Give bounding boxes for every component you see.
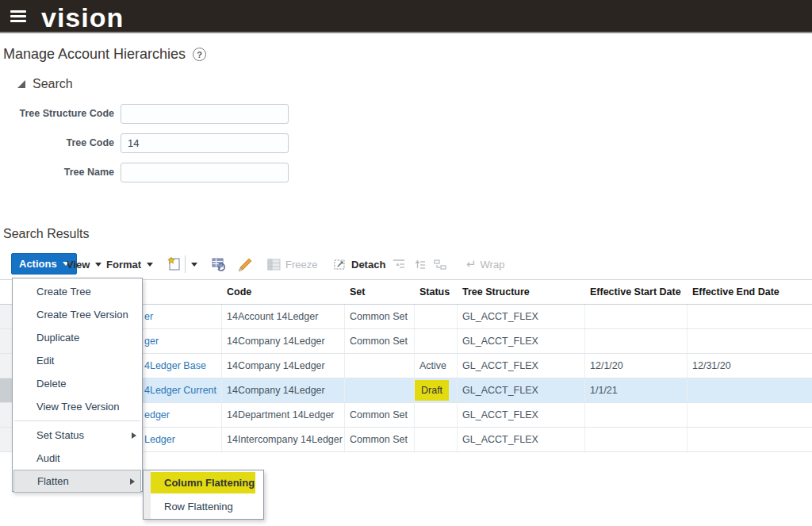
cell-effective-end: 12/31/20 bbox=[688, 354, 812, 378]
detach-label: Detach bbox=[351, 259, 385, 271]
cell-status bbox=[415, 329, 458, 353]
app-logo: vision bbox=[41, 1, 124, 34]
cell-status bbox=[415, 428, 458, 451]
cell-effective-start: 1/1/21 bbox=[585, 378, 688, 402]
go-to-top-icon bbox=[393, 259, 405, 271]
cell-effective-start bbox=[585, 403, 688, 427]
menu-item-delete[interactable]: Delete bbox=[13, 372, 142, 395]
cell-status bbox=[415, 305, 458, 328]
format-menu-button[interactable]: Format bbox=[106, 253, 153, 275]
cell-tree-structure: GL_ACCT_FLEX bbox=[458, 354, 585, 378]
tree-name-link[interactable]: ger bbox=[144, 336, 159, 347]
tree-name-input[interactable] bbox=[121, 163, 289, 182]
submenu-arrow-icon bbox=[132, 432, 136, 439]
row-header-cell[interactable] bbox=[0, 378, 13, 402]
cell-set: Common Set bbox=[345, 329, 415, 353]
cell-code: 14Account 14Ledger bbox=[222, 305, 345, 328]
cell-code: 14Company 14Ledger bbox=[222, 378, 345, 402]
cell-set: Common Set bbox=[345, 428, 415, 451]
menu-item-view-tree-version[interactable]: View Tree Version bbox=[13, 395, 142, 418]
detach-button[interactable]: Detach bbox=[333, 253, 385, 275]
menu-item-label: Flatten bbox=[37, 475, 69, 487]
create-icon[interactable] bbox=[167, 253, 182, 275]
freeze-icon bbox=[267, 259, 281, 271]
hamburger-menu-icon[interactable] bbox=[10, 10, 26, 23]
wrap-button-disabled: ↵ Wrap bbox=[466, 253, 504, 275]
cell-set bbox=[345, 378, 415, 402]
cell-status bbox=[415, 403, 458, 427]
tree-structure-code-input[interactable] bbox=[121, 104, 289, 124]
view-menu-label: View bbox=[67, 259, 90, 271]
go-up-icon bbox=[413, 259, 426, 271]
column-header-effective-end-date[interactable]: Effective End Date bbox=[688, 280, 812, 304]
search-section-header[interactable]: Search bbox=[17, 77, 73, 91]
sync-table-icon[interactable] bbox=[211, 253, 228, 275]
help-icon[interactable]: ? bbox=[193, 48, 206, 61]
menu-item-create-tree[interactable]: Create Tree bbox=[13, 280, 142, 303]
show-as-top-icon bbox=[434, 259, 446, 271]
menu-item-audit[interactable]: Audit bbox=[13, 447, 142, 470]
menu-item-create-tree-version[interactable]: Create Tree Version bbox=[13, 303, 142, 326]
row-header-cell[interactable] bbox=[0, 428, 13, 451]
submenu-icon-gutter bbox=[144, 470, 151, 519]
cell-code: 14Company 14Ledger bbox=[222, 329, 345, 353]
menu-item-label: Set Status bbox=[36, 429, 84, 441]
menu-item-set-status[interactable]: Set Status bbox=[13, 424, 142, 447]
tree-navigation-icons-disabled bbox=[393, 253, 454, 275]
cell-tree-structure: GL_ACCT_FLEX bbox=[458, 329, 585, 353]
page-title: Manage Account Hierarchies bbox=[3, 46, 186, 63]
search-section-title: Search bbox=[33, 77, 73, 91]
row-header-cell[interactable] bbox=[0, 403, 13, 427]
freeze-button-disabled: Freeze bbox=[267, 253, 317, 275]
column-header-set[interactable]: Set bbox=[345, 280, 415, 304]
results-toolbar: Actions View Format bbox=[0, 253, 812, 277]
tree-name-link[interactable]: er bbox=[144, 311, 153, 322]
tree-code-input[interactable] bbox=[121, 133, 289, 153]
cell-effective-end bbox=[688, 305, 812, 328]
tree-name-link[interactable]: 4Ledger Current bbox=[144, 385, 216, 396]
wrap-icon: ↵ bbox=[466, 257, 477, 271]
cell-effective-start: 12/1/20 bbox=[585, 354, 688, 378]
actions-dropdown-menu: Create Tree Create Tree Version Duplicat… bbox=[12, 278, 143, 492]
search-results-title: Search Results bbox=[3, 227, 90, 241]
submenu-item-row-flattening[interactable]: Row Flattening bbox=[151, 496, 263, 517]
tree-name-label: Tree Name bbox=[0, 167, 121, 178]
menu-item-flatten[interactable]: Flatten bbox=[13, 470, 141, 493]
cell-tree-structure: GL_ACCT_FLEX bbox=[458, 403, 585, 427]
cell-effective-end bbox=[688, 428, 812, 451]
tree-structure-code-label: Tree Structure Code bbox=[0, 108, 121, 119]
tree-code-label: Tree Code bbox=[0, 137, 121, 148]
submenu-arrow-icon bbox=[130, 478, 135, 485]
chevron-down-icon bbox=[147, 263, 153, 267]
wrap-label: Wrap bbox=[481, 259, 505, 271]
menu-item-edit[interactable]: Edit bbox=[13, 349, 142, 372]
create-dropdown-icon[interactable] bbox=[191, 253, 197, 275]
tree-name-link[interactable]: edger bbox=[144, 409, 170, 420]
detach-icon bbox=[333, 258, 347, 271]
format-menu-label: Format bbox=[106, 259, 141, 271]
column-header-tree-structure[interactable]: Tree Structure bbox=[458, 280, 585, 304]
actions-menu-label: Actions bbox=[19, 258, 57, 270]
tree-name-link[interactable]: 4Ledger Base bbox=[144, 360, 206, 371]
disclosure-expanded-icon bbox=[17, 80, 25, 88]
row-header-cell[interactable] bbox=[0, 329, 13, 353]
column-header-code[interactable]: Code bbox=[222, 280, 345, 304]
cell-effective-end bbox=[688, 403, 812, 427]
cell-tree-structure: GL_ACCT_FLEX bbox=[458, 428, 585, 451]
row-header-cell[interactable] bbox=[0, 305, 13, 328]
edit-pencil-icon[interactable] bbox=[236, 253, 253, 275]
cell-effective-end bbox=[688, 329, 812, 353]
view-menu-button[interactable]: View bbox=[67, 253, 102, 275]
chevron-down-icon bbox=[95, 263, 102, 267]
cell-effective-start bbox=[585, 305, 688, 328]
tree-name-link[interactable]: Ledger bbox=[144, 434, 175, 445]
column-header-effective-start-date[interactable]: Effective Start Date bbox=[585, 280, 688, 304]
submenu-item-column-flattening-highlighted[interactable]: Column Flattening bbox=[151, 472, 255, 493]
menu-item-duplicate[interactable]: Duplicate bbox=[13, 326, 142, 349]
cell-effective-start bbox=[585, 329, 688, 353]
cell-status: Active bbox=[415, 354, 458, 378]
cell-effective-start bbox=[585, 428, 688, 451]
cell-tree-structure: GL_ACCT_FLEX bbox=[458, 378, 585, 402]
row-header-cell[interactable] bbox=[0, 354, 13, 378]
column-header-status[interactable]: Status bbox=[415, 280, 458, 304]
